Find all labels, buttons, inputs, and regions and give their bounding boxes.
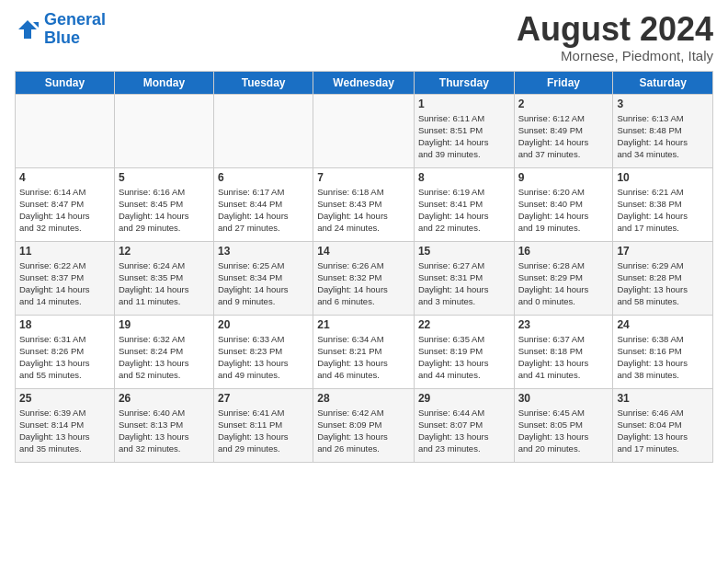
day-number: 6: [218, 171, 309, 184]
day-info: Sunrise: 6:32 AM Sunset: 8:24 PM Dayligh…: [119, 333, 210, 382]
day-info: Sunrise: 6:13 AM Sunset: 8:48 PM Dayligh…: [617, 112, 709, 161]
day-info: Sunrise: 6:44 AM Sunset: 8:07 PM Dayligh…: [418, 407, 510, 455]
day-number: 7: [317, 171, 410, 184]
logo-line1: General: [44, 10, 106, 29]
day-info: Sunrise: 6:18 AM Sunset: 8:43 PM Dayligh…: [317, 186, 410, 235]
day-number: 30: [518, 392, 609, 405]
day-number: 22: [418, 318, 510, 331]
calendar-cell: 12Sunrise: 6:24 AM Sunset: 8:35 PM Dayli…: [114, 241, 213, 315]
calendar-week-2: 4Sunrise: 6:14 AM Sunset: 8:47 PM Daylig…: [16, 167, 713, 241]
calendar-cell: 29Sunrise: 6:44 AM Sunset: 8:07 PM Dayli…: [414, 388, 514, 462]
day-info: Sunrise: 6:12 AM Sunset: 8:49 PM Dayligh…: [518, 112, 609, 161]
calendar-cell: 28Sunrise: 6:42 AM Sunset: 8:09 PM Dayli…: [313, 388, 415, 462]
day-info: Sunrise: 6:14 AM Sunset: 8:47 PM Dayligh…: [19, 186, 110, 235]
calendar-table: SundayMondayTuesdayWednesdayThursdayFrid…: [15, 71, 713, 463]
calendar-cell: 27Sunrise: 6:41 AM Sunset: 8:11 PM Dayli…: [213, 388, 313, 462]
calendar-cell: 15Sunrise: 6:27 AM Sunset: 8:31 PM Dayli…: [414, 241, 514, 315]
day-info: Sunrise: 6:26 AM Sunset: 8:32 PM Dayligh…: [317, 259, 410, 308]
page: General Blue August 2024 Mornese, Piedmo…: [0, 0, 728, 474]
calendar-cell: 19Sunrise: 6:32 AM Sunset: 8:24 PM Dayli…: [114, 315, 213, 388]
day-number: 27: [218, 392, 309, 405]
weekday-header-tuesday: Tuesday: [213, 71, 313, 94]
day-number: 9: [518, 171, 609, 184]
weekday-header-sunday: Sunday: [16, 71, 115, 94]
calendar-cell: 9Sunrise: 6:20 AM Sunset: 8:40 PM Daylig…: [514, 167, 613, 241]
calendar-cell: [313, 94, 415, 167]
day-info: Sunrise: 6:35 AM Sunset: 8:19 PM Dayligh…: [418, 333, 510, 382]
day-number: 12: [119, 245, 210, 258]
location: Mornese, Piedmont, Italy: [517, 48, 713, 63]
calendar-cell: 18Sunrise: 6:31 AM Sunset: 8:26 PM Dayli…: [16, 315, 115, 388]
day-info: Sunrise: 6:22 AM Sunset: 8:37 PM Dayligh…: [19, 259, 110, 308]
day-number: 16: [518, 245, 609, 258]
calendar-cell: 8Sunrise: 6:19 AM Sunset: 8:41 PM Daylig…: [414, 167, 514, 241]
day-info: Sunrise: 6:33 AM Sunset: 8:23 PM Dayligh…: [218, 333, 309, 382]
day-number: 25: [19, 392, 110, 405]
day-number: 26: [119, 392, 210, 405]
weekday-header-saturday: Saturday: [613, 71, 713, 94]
calendar-cell: 25Sunrise: 6:39 AM Sunset: 8:14 PM Dayli…: [16, 388, 115, 462]
calendar-cell: 23Sunrise: 6:37 AM Sunset: 8:18 PM Dayli…: [514, 315, 613, 388]
logo-line2: Blue: [44, 29, 80, 47]
calendar-cell: 2Sunrise: 6:12 AM Sunset: 8:49 PM Daylig…: [514, 94, 613, 167]
weekday-header-thursday: Thursday: [414, 71, 514, 94]
calendar-cell: 24Sunrise: 6:38 AM Sunset: 8:16 PM Dayli…: [613, 315, 713, 388]
day-number: 17: [617, 245, 709, 258]
title-block: August 2024 Mornese, Piedmont, Italy: [517, 11, 713, 63]
day-info: Sunrise: 6:41 AM Sunset: 8:11 PM Dayligh…: [218, 407, 309, 455]
day-number: 4: [19, 171, 110, 184]
calendar-cell: [16, 94, 115, 167]
calendar-cell: 14Sunrise: 6:26 AM Sunset: 8:32 PM Dayli…: [313, 241, 415, 315]
logo-text: General Blue: [44, 11, 106, 48]
day-info: Sunrise: 6:29 AM Sunset: 8:28 PM Dayligh…: [617, 259, 709, 308]
day-number: 18: [19, 318, 110, 331]
day-info: Sunrise: 6:37 AM Sunset: 8:18 PM Dayligh…: [518, 333, 609, 382]
weekday-header-wednesday: Wednesday: [313, 71, 415, 94]
day-number: 10: [617, 171, 709, 184]
day-number: 8: [418, 171, 510, 184]
calendar-cell: 26Sunrise: 6:40 AM Sunset: 8:13 PM Dayli…: [114, 388, 213, 462]
day-number: 15: [418, 245, 510, 258]
day-number: 11: [19, 245, 110, 258]
day-info: Sunrise: 6:24 AM Sunset: 8:35 PM Dayligh…: [119, 259, 210, 308]
calendar-cell: 5Sunrise: 6:16 AM Sunset: 8:45 PM Daylig…: [114, 167, 213, 241]
day-number: 24: [617, 318, 709, 331]
calendar-cell: 4Sunrise: 6:14 AM Sunset: 8:47 PM Daylig…: [16, 167, 115, 241]
day-number: 21: [317, 318, 410, 331]
calendar-cell: 7Sunrise: 6:18 AM Sunset: 8:43 PM Daylig…: [313, 167, 415, 241]
calendar-cell: 6Sunrise: 6:17 AM Sunset: 8:44 PM Daylig…: [213, 167, 313, 241]
calendar-cell: 16Sunrise: 6:28 AM Sunset: 8:29 PM Dayli…: [514, 241, 613, 315]
day-number: 31: [617, 392, 709, 405]
day-number: 1: [418, 98, 510, 110]
day-info: Sunrise: 6:39 AM Sunset: 8:14 PM Dayligh…: [19, 407, 110, 455]
day-number: 2: [518, 98, 609, 110]
day-info: Sunrise: 6:19 AM Sunset: 8:41 PM Dayligh…: [418, 186, 510, 235]
day-info: Sunrise: 6:28 AM Sunset: 8:29 PM Dayligh…: [518, 259, 609, 308]
day-number: 28: [317, 392, 410, 405]
day-info: Sunrise: 6:20 AM Sunset: 8:40 PM Dayligh…: [518, 186, 609, 235]
day-info: Sunrise: 6:31 AM Sunset: 8:26 PM Dayligh…: [19, 333, 110, 382]
day-number: 13: [218, 245, 309, 258]
day-info: Sunrise: 6:27 AM Sunset: 8:31 PM Dayligh…: [418, 259, 510, 308]
day-info: Sunrise: 6:17 AM Sunset: 8:44 PM Dayligh…: [218, 186, 309, 235]
calendar-cell: 21Sunrise: 6:34 AM Sunset: 8:21 PM Dayli…: [313, 315, 415, 388]
month-year: August 2024: [517, 11, 713, 48]
day-info: Sunrise: 6:21 AM Sunset: 8:38 PM Dayligh…: [617, 186, 709, 235]
logo-icon: [15, 17, 40, 42]
day-info: Sunrise: 6:40 AM Sunset: 8:13 PM Dayligh…: [119, 407, 210, 455]
calendar-cell: 20Sunrise: 6:33 AM Sunset: 8:23 PM Dayli…: [213, 315, 313, 388]
calendar-cell: 10Sunrise: 6:21 AM Sunset: 8:38 PM Dayli…: [613, 167, 713, 241]
calendar-week-5: 25Sunrise: 6:39 AM Sunset: 8:14 PM Dayli…: [16, 388, 713, 462]
day-number: 29: [418, 392, 510, 405]
calendar-cell: 22Sunrise: 6:35 AM Sunset: 8:19 PM Dayli…: [414, 315, 514, 388]
weekday-header-row: SundayMondayTuesdayWednesdayThursdayFrid…: [16, 71, 713, 94]
day-info: Sunrise: 6:46 AM Sunset: 8:04 PM Dayligh…: [617, 407, 709, 455]
day-number: 5: [119, 171, 210, 184]
weekday-header-friday: Friday: [514, 71, 613, 94]
day-number: 14: [317, 245, 410, 258]
calendar-week-3: 11Sunrise: 6:22 AM Sunset: 8:37 PM Dayli…: [16, 241, 713, 315]
calendar-cell: [213, 94, 313, 167]
calendar-cell: 13Sunrise: 6:25 AM Sunset: 8:34 PM Dayli…: [213, 241, 313, 315]
day-number: 3: [617, 98, 709, 110]
weekday-header-monday: Monday: [114, 71, 213, 94]
